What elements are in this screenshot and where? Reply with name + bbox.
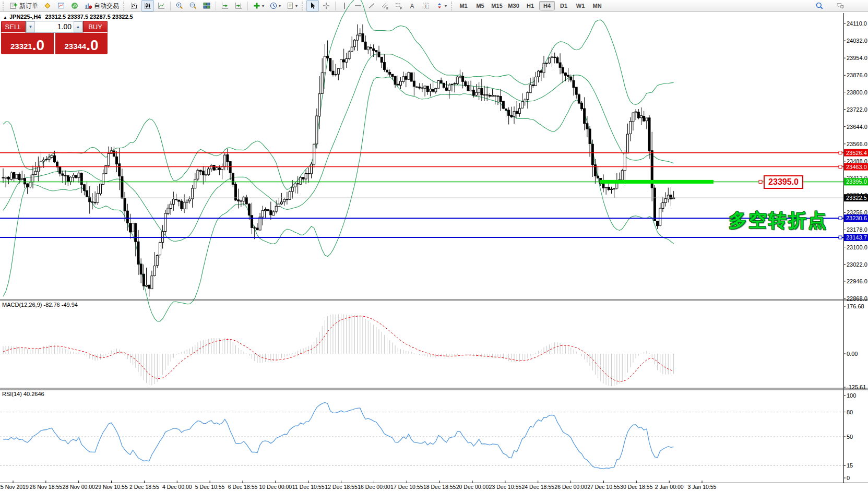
candle-body bbox=[391, 74, 394, 76]
candle-body bbox=[327, 56, 329, 58]
macd-scale-label: 176.68 bbox=[847, 303, 864, 309]
candle-body bbox=[5, 177, 7, 178]
candle-body bbox=[432, 89, 434, 91]
ohlc-label: 23312.5 23337.5 23287.5 23322.5 bbox=[45, 14, 133, 20]
candle-body bbox=[584, 109, 586, 124]
candle-body bbox=[670, 195, 672, 199]
mt4-terminal: 新订单自动交易▾▾▾EFAT▾M1M5M15M30H1H4D1W1MN ▲JPN… bbox=[0, 0, 868, 491]
candle-body bbox=[21, 178, 23, 179]
candle-body bbox=[467, 86, 469, 91]
candle-body bbox=[124, 198, 126, 211]
candle-body bbox=[627, 134, 629, 153]
candle-body bbox=[657, 221, 659, 226]
candle-body bbox=[408, 73, 410, 79]
level-highlight-segment[interactable] bbox=[600, 180, 714, 184]
candle-body bbox=[653, 188, 656, 221]
candle-body bbox=[27, 184, 29, 187]
candle-body bbox=[237, 200, 240, 201]
candle-body bbox=[2, 177, 4, 178]
candle-body bbox=[170, 204, 172, 208]
time-axis-label: 11 Dec 10:55 bbox=[292, 484, 325, 490]
candle-body bbox=[662, 203, 664, 209]
rsi-scale-label: 0 bbox=[847, 475, 850, 481]
collapse-icon[interactable]: ▲ bbox=[3, 15, 7, 20]
volume-input[interactable]: 1.00 bbox=[35, 21, 74, 32]
candle-body bbox=[510, 115, 513, 117]
candle-body bbox=[489, 95, 491, 96]
time-axis-label: 26 Dec 00:00 bbox=[554, 484, 587, 490]
candle-body bbox=[172, 199, 174, 205]
candle-body bbox=[132, 223, 134, 232]
candle-body bbox=[613, 189, 615, 189]
candle-body bbox=[153, 266, 156, 276]
price-axis-label: 23566.0 bbox=[847, 141, 867, 147]
macd-scale-label: 0.00 bbox=[847, 351, 858, 357]
buy-price[interactable]: 23344.0 bbox=[55, 33, 108, 54]
time-axis-label: 18 Dec 18:55 bbox=[423, 484, 456, 490]
candle-body bbox=[597, 176, 599, 178]
candle-body bbox=[146, 285, 148, 286]
candle-body bbox=[337, 68, 339, 74]
candle-body bbox=[94, 202, 96, 203]
candle-body bbox=[611, 189, 613, 189]
volume-box: ▼ 1.00 ▲ bbox=[26, 21, 83, 33]
candle-body bbox=[478, 88, 480, 92]
candle-body bbox=[643, 116, 645, 122]
candle-body bbox=[102, 174, 104, 184]
candle-body bbox=[126, 211, 128, 223]
annotation-text[interactable]: 多空转折点 bbox=[729, 208, 828, 233]
candle-body bbox=[516, 111, 518, 114]
rsi-label: RSI(14) 40.2646 bbox=[2, 391, 44, 397]
sell-price-main: 23321 bbox=[10, 40, 32, 53]
volume-increase-button[interactable]: ▲ bbox=[74, 21, 82, 32]
candle-body bbox=[570, 77, 572, 80]
price-axis-label: 23100.0 bbox=[847, 244, 867, 250]
chart-canvas[interactable]: 24110.024032.023954.023876.023800.023722… bbox=[0, 0, 868, 491]
line-anchor[interactable] bbox=[839, 236, 842, 239]
candle-body bbox=[264, 209, 266, 210]
line-anchor[interactable] bbox=[839, 165, 842, 169]
one-click-trading-panel: SELL ▼ 1.00 ▲ BUY 23321.0 23344.0 bbox=[1, 21, 108, 54]
candle-body bbox=[543, 63, 545, 73]
candle-body bbox=[270, 211, 272, 215]
candle-body bbox=[362, 34, 364, 42]
candle-body bbox=[332, 71, 334, 75]
candle-body bbox=[192, 188, 194, 199]
candle-body bbox=[16, 174, 18, 179]
sell-button[interactable]: SELL bbox=[1, 21, 26, 33]
bollinger-lower-band[interactable] bbox=[3, 77, 674, 321]
candle-body bbox=[167, 208, 169, 214]
buy-button[interactable]: BUY bbox=[83, 21, 108, 33]
candle-body bbox=[608, 187, 610, 190]
candle-body bbox=[370, 47, 372, 49]
candle-body bbox=[32, 175, 34, 182]
candle-body bbox=[446, 88, 448, 90]
line-anchor[interactable] bbox=[759, 180, 762, 183]
candle-body bbox=[99, 184, 101, 194]
candle-body bbox=[443, 83, 445, 87]
candle-body bbox=[454, 83, 456, 84]
sell-price[interactable]: 23321.0 bbox=[1, 33, 54, 54]
candle-body bbox=[437, 81, 439, 89]
candle-body bbox=[275, 206, 277, 211]
line-anchor[interactable] bbox=[839, 151, 842, 154]
candle-body bbox=[218, 168, 220, 170]
candle-body bbox=[492, 95, 494, 97]
candle-body bbox=[421, 88, 423, 88]
line-anchor[interactable] bbox=[839, 217, 842, 220]
candle-body bbox=[578, 94, 580, 103]
candle-body bbox=[45, 159, 47, 160]
candle-body bbox=[307, 174, 310, 174]
candle-body bbox=[181, 201, 183, 209]
price-axis-label: 23022.0 bbox=[847, 261, 867, 268]
candle-body bbox=[383, 63, 385, 70]
candle-body bbox=[29, 182, 31, 187]
candle-body bbox=[465, 82, 467, 86]
candle-body bbox=[381, 57, 383, 62]
candle-body bbox=[227, 154, 229, 161]
price-callout-label[interactable]: 23395.0 bbox=[764, 175, 803, 189]
volume-decrease-button[interactable]: ▼ bbox=[26, 21, 35, 32]
candle-body bbox=[632, 113, 634, 122]
price-axis-label: 23876.0 bbox=[847, 72, 867, 78]
candle-body bbox=[521, 102, 524, 108]
